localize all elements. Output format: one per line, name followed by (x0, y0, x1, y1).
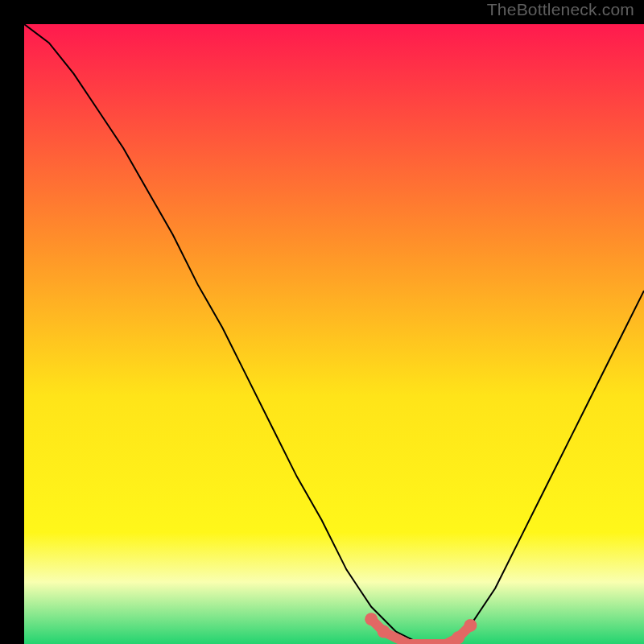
optimal-range-dot (365, 613, 378, 625)
chart-frame (12, 12, 632, 632)
gradient-background (24, 24, 644, 644)
optimal-range-dot (464, 619, 477, 632)
optimal-range-dot (378, 625, 390, 638)
watermark-text: TheBottleneck.com (487, 0, 634, 19)
optimal-range-dot (452, 631, 464, 644)
bottleneck-chart-svg (24, 24, 644, 644)
